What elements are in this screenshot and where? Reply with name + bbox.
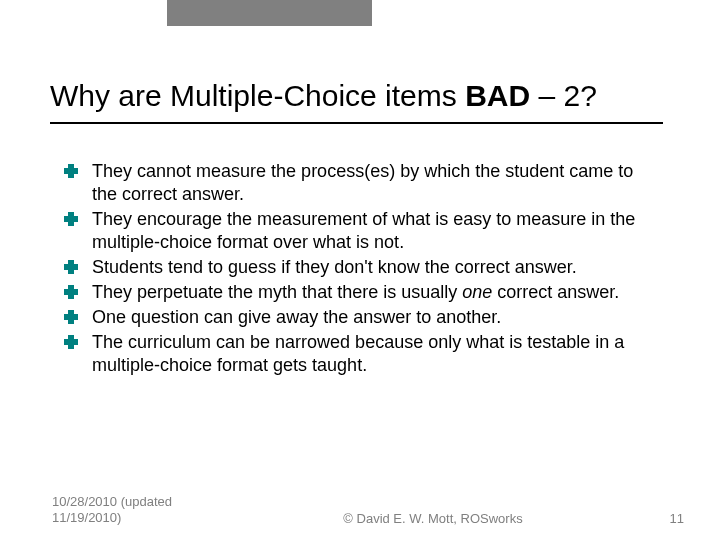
- slide: Why are Multiple-Choice items BAD – 2? T…: [0, 0, 720, 540]
- header-accent-bar: [167, 0, 372, 26]
- svg-rect-9: [68, 310, 74, 324]
- slide-title: Why are Multiple-Choice items BAD – 2?: [50, 78, 670, 114]
- bullet-item: The curriculum can be narrowed because o…: [64, 331, 660, 377]
- title-bad: BAD: [465, 79, 530, 112]
- bullet-icon: [64, 285, 78, 299]
- bullet-icon: [64, 212, 78, 226]
- bullet-text: One question can give away the answer to…: [92, 306, 660, 329]
- title-prefix: Why are Multiple-Choice items: [50, 79, 465, 112]
- bullet-item: They cannot measure the process(es) by w…: [64, 160, 660, 206]
- footer-page-number: 11: [624, 511, 684, 526]
- bullet-icon: [64, 335, 78, 349]
- bullet-item: They perpetuate the myth that there is u…: [64, 281, 660, 304]
- bullet-text: They encourage the measurement of what i…: [92, 208, 660, 254]
- bullet-text: Students tend to guess if they don't kno…: [92, 256, 660, 279]
- footer-date: 10/28/2010 (updated 11/19/2010): [52, 494, 242, 527]
- bullet-text: They perpetuate the myth that there is u…: [92, 281, 660, 304]
- bullet-item: One question can give away the answer to…: [64, 306, 660, 329]
- bullet-text: They cannot measure the process(es) by w…: [92, 160, 660, 206]
- svg-rect-5: [68, 260, 74, 274]
- title-suffix: – 2?: [530, 79, 597, 112]
- bullet-item: They encourage the measurement of what i…: [64, 208, 660, 254]
- svg-rect-11: [68, 335, 74, 349]
- bullet-icon: [64, 260, 78, 274]
- slide-body: They cannot measure the process(es) by w…: [64, 160, 660, 379]
- footer-copyright: © David E. W. Mott, ROSworks: [242, 511, 624, 526]
- bullet-text: The curriculum can be narrowed because o…: [92, 331, 660, 377]
- bullet-icon: [64, 164, 78, 178]
- svg-rect-3: [68, 212, 74, 226]
- svg-rect-1: [68, 164, 74, 178]
- svg-rect-7: [68, 285, 74, 299]
- title-underline: [50, 122, 663, 124]
- bullet-icon: [64, 310, 78, 324]
- slide-footer: 10/28/2010 (updated 11/19/2010) © David …: [0, 494, 720, 527]
- bullet-item: Students tend to guess if they don't kno…: [64, 256, 660, 279]
